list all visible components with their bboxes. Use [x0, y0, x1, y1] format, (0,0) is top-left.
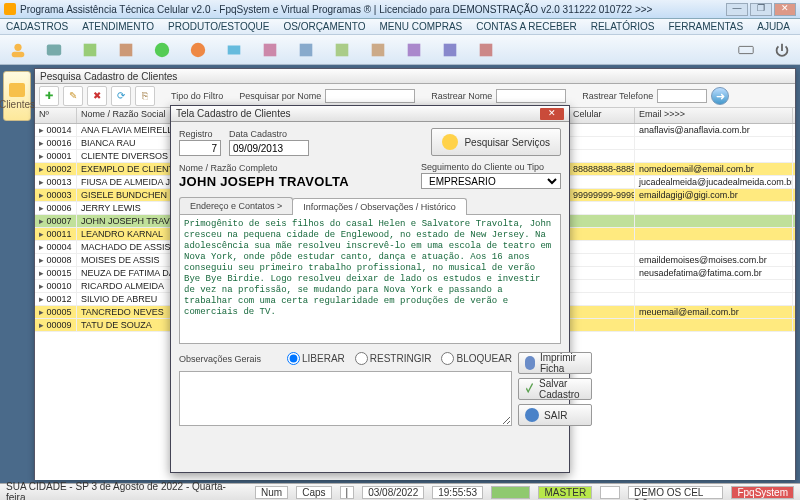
- col-header[interactable]: Email >>>>: [635, 108, 793, 123]
- toolbar-icon[interactable]: [42, 38, 66, 62]
- status-brand: FpqSystem: [731, 486, 794, 499]
- sidebar-tab-clientes[interactable]: Clientes: [3, 71, 31, 121]
- cadastro-modal: Tela Cadastro de Clientes ✕ Registro Dat…: [170, 105, 570, 473]
- obs-gerais-textarea[interactable]: [179, 371, 512, 426]
- modal-close-button[interactable]: ✕: [540, 108, 564, 120]
- svg-rect-3: [84, 43, 97, 56]
- pesquisar-servicos-button[interactable]: Pesquisar Serviços: [431, 128, 561, 156]
- toolbar-icon[interactable]: [258, 38, 282, 62]
- toolbar-icon[interactable]: [114, 38, 138, 62]
- col-header[interactable]: Nº: [35, 108, 77, 123]
- print-icon: [525, 356, 535, 370]
- exit-icon: [525, 408, 539, 422]
- edit-icon[interactable]: ✎: [63, 86, 83, 106]
- observacoes-text[interactable]: Primogênito de seis filhos do casal Hele…: [179, 214, 561, 344]
- status-location: SUA CIDADE - SP 3 de Agosto de 2022 - Qu…: [6, 481, 239, 500]
- menu-item[interactable]: AJUDA: [757, 21, 790, 32]
- svg-rect-1: [12, 51, 25, 56]
- go-arrow-icon[interactable]: ➜: [711, 87, 729, 105]
- svg-rect-13: [444, 43, 457, 56]
- people-icon: [9, 83, 25, 97]
- check-icon: [525, 382, 534, 396]
- close-button[interactable]: ✕: [774, 3, 796, 16]
- menu-item[interactable]: FERRAMENTAS: [668, 21, 743, 32]
- svg-rect-4: [120, 43, 133, 56]
- svg-point-5: [155, 42, 169, 56]
- statusbar: SUA CIDADE - SP 3 de Agosto de 2022 - Qu…: [0, 483, 800, 500]
- copy-icon[interactable]: ⎘: [135, 86, 155, 106]
- toolbar-icon[interactable]: [474, 38, 498, 62]
- registro-input[interactable]: [179, 140, 221, 156]
- toolbar-icon[interactable]: [438, 38, 462, 62]
- svg-rect-7: [228, 45, 241, 54]
- minimize-button[interactable]: —: [726, 3, 748, 16]
- radio-bloquear[interactable]: BLOQUEAR: [441, 352, 512, 365]
- svg-rect-2: [47, 44, 61, 55]
- menu-item[interactable]: PRODUTO/ESTOQUE: [168, 21, 269, 32]
- tab-informacoes[interactable]: Informações / Observações / Histórico: [292, 198, 467, 215]
- svg-rect-9: [300, 43, 313, 56]
- menu-item[interactable]: MENU COMPRAS: [379, 21, 462, 32]
- toolbar-icon[interactable]: [186, 38, 210, 62]
- main-toolbar: [0, 35, 800, 65]
- exit-icon[interactable]: [770, 38, 794, 62]
- maximize-button[interactable]: ❐: [750, 3, 772, 16]
- nome-completo: JOHN JOSEPH TRAVOLTA: [179, 174, 413, 189]
- toolbar-icon[interactable]: [222, 38, 246, 62]
- salvar-button[interactable]: Salvar Cadastro: [518, 378, 592, 400]
- menu-item[interactable]: CADASTROS: [6, 21, 68, 32]
- svg-rect-15: [739, 46, 753, 53]
- app-icon: [4, 3, 16, 15]
- svg-point-6: [191, 42, 205, 56]
- toolbar-icon[interactable]: [402, 38, 426, 62]
- menu-item[interactable]: CONTAS A RECEBER: [476, 21, 576, 32]
- col-header[interactable]: Celular: [569, 108, 635, 123]
- status-demo: DEMO OS CEL 2.0: [628, 486, 724, 499]
- new-icon[interactable]: ✚: [39, 86, 59, 106]
- menu-item[interactable]: ATENDIMENTO: [82, 21, 154, 32]
- svg-rect-12: [408, 43, 421, 56]
- svg-rect-14: [480, 43, 493, 56]
- imprimir-button[interactable]: Imprimir Ficha: [518, 352, 592, 374]
- svg-rect-8: [264, 43, 277, 56]
- track-name-input[interactable]: [496, 89, 566, 103]
- main-titlebar: Programa Assistência Técnica Celular v2.…: [0, 0, 800, 19]
- toolbar-icon[interactable]: [78, 38, 102, 62]
- toolbar-icon[interactable]: [366, 38, 390, 62]
- track-phone-input[interactable]: [657, 89, 707, 103]
- search-icon: [442, 134, 458, 150]
- svg-rect-11: [372, 43, 385, 56]
- radio-restringir[interactable]: RESTRINGIR: [355, 352, 432, 365]
- refresh-icon[interactable]: ⟳: [111, 86, 131, 106]
- sair-button[interactable]: SAIR: [518, 404, 592, 426]
- modal-title: Tela Cadastro de Clientes: [176, 108, 540, 119]
- svg-rect-10: [336, 43, 349, 56]
- toolbar-icon[interactable]: [330, 38, 354, 62]
- radio-liberar[interactable]: LIBERAR: [287, 352, 345, 365]
- toolbar-icon[interactable]: [6, 38, 30, 62]
- seguimento-select[interactable]: EMPRESARIO: [421, 173, 561, 189]
- menu-item[interactable]: OS/ORÇAMENTO: [283, 21, 365, 32]
- data-cadastro-input[interactable]: [229, 140, 309, 156]
- keyboard-icon[interactable]: [734, 38, 758, 62]
- delete-icon[interactable]: ✖: [87, 86, 107, 106]
- toolbar-icon[interactable]: [150, 38, 174, 62]
- search-window-title: Pesquisa Cadastro de Clientes: [35, 69, 795, 84]
- app-title: Programa Assistência Técnica Celular v2.…: [20, 4, 726, 15]
- search-name-input[interactable]: [325, 89, 415, 103]
- status-master: MASTER: [538, 486, 592, 499]
- tab-endereco[interactable]: Endereço e Contatos >: [179, 197, 293, 214]
- svg-point-0: [14, 43, 21, 50]
- toolbar-icon[interactable]: [294, 38, 318, 62]
- main-menubar: CADASTROS ATENDIMENTO PRODUTO/ESTOQUE OS…: [0, 19, 800, 35]
- menu-item[interactable]: RELATÓRIOS: [591, 21, 655, 32]
